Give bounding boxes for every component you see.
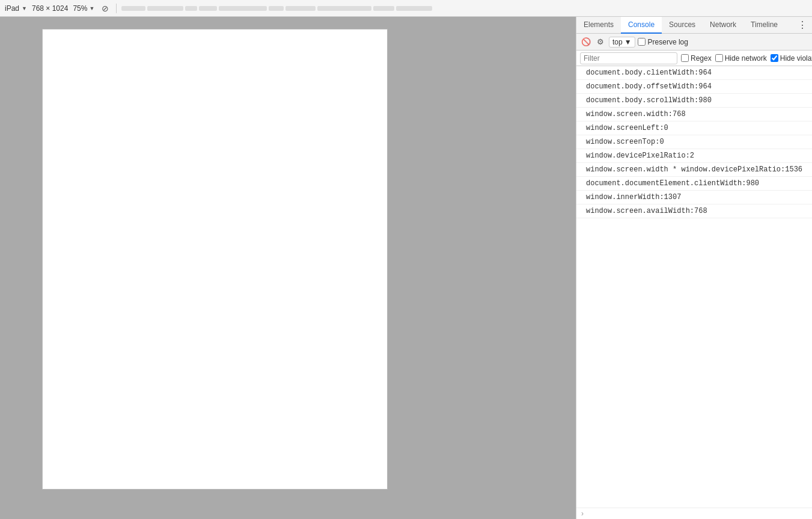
console-line: document.documentElement.clientWidth:980 bbox=[576, 177, 812, 191]
clear-console-button[interactable]: 🚫 bbox=[580, 36, 592, 48]
height-value[interactable]: 1024 bbox=[52, 4, 69, 13]
tab-timeline[interactable]: Timeline bbox=[743, 17, 785, 34]
console-line: window.devicePixelRatio:2 bbox=[576, 149, 812, 163]
console-line: document.body.scrollWidth:980 bbox=[576, 94, 812, 108]
console-toolbar: 🚫 ⚙ top ▼ Preserve log bbox=[576, 34, 812, 51]
zoom-value: 75% bbox=[73, 4, 87, 13]
width-value[interactable]: 768 bbox=[32, 4, 44, 13]
breakpoint-segment bbox=[147, 6, 183, 11]
devtools-panel: Elements Console Sources Network Timelin… bbox=[576, 17, 812, 519]
breakpoint-segment bbox=[269, 6, 284, 11]
preserve-log-text: Preserve log bbox=[648, 38, 688, 46]
breakpoint-segment bbox=[185, 6, 197, 11]
hide-network-checkbox[interactable] bbox=[715, 54, 723, 62]
page-frame bbox=[42, 29, 388, 490]
tab-elements[interactable]: Elements bbox=[576, 17, 621, 34]
console-line: window.screenLeft:0 bbox=[576, 121, 812, 135]
top-toolbar: iPad ▼ 768 × 1024 75% ▼ ⊘ bbox=[0, 0, 812, 17]
context-arrow: ▼ bbox=[624, 38, 632, 46]
context-label: top bbox=[612, 38, 623, 46]
tab-sources-label: Sources bbox=[669, 20, 695, 29]
clear-icon: 🚫 bbox=[581, 37, 591, 46]
regex-checkbox[interactable] bbox=[681, 54, 689, 62]
rotate-icon: ⊘ bbox=[102, 4, 109, 13]
devtools-tabs: Elements Console Sources Network Timelin… bbox=[576, 17, 812, 34]
device-dropdown-arrow: ▼ bbox=[22, 5, 27, 11]
hide-violations-checkbox[interactable] bbox=[771, 54, 778, 62]
regex-option: Regex bbox=[681, 54, 712, 63]
tab-network[interactable]: Network bbox=[703, 17, 743, 34]
page-area bbox=[0, 17, 576, 519]
device-name: iPad bbox=[5, 4, 19, 13]
console-line: document.body.offsetWidth:964 bbox=[576, 80, 812, 94]
rotate-button[interactable]: ⊘ bbox=[99, 2, 111, 14]
console-line: document.body.clientWidth:964 bbox=[576, 66, 812, 80]
console-prompt[interactable]: › bbox=[576, 508, 812, 519]
breakpoint-segment bbox=[199, 6, 217, 11]
breakpoint-segment bbox=[317, 6, 371, 11]
more-icon: ⋮ bbox=[798, 19, 807, 31]
preserve-log-label: Preserve log bbox=[638, 38, 688, 46]
preserve-log-checkbox[interactable] bbox=[638, 38, 646, 46]
tab-elements-label: Elements bbox=[584, 20, 614, 29]
tab-console[interactable]: Console bbox=[621, 17, 662, 34]
responsive-breakpoints-bar bbox=[121, 6, 807, 11]
prompt-arrow-icon: › bbox=[581, 509, 584, 518]
breakpoint-segment bbox=[373, 6, 394, 11]
tab-sources[interactable]: Sources bbox=[662, 17, 703, 34]
devtools-more-button[interactable]: ⋮ bbox=[793, 17, 812, 34]
tab-console-label: Console bbox=[628, 20, 655, 29]
filter-input[interactable] bbox=[580, 52, 677, 64]
toolbar-separator bbox=[116, 4, 117, 13]
console-output: document.body.clientWidth:964document.bo… bbox=[576, 66, 812, 508]
breakpoint-segment bbox=[219, 6, 267, 11]
console-line: window.screen.availWidth:768 bbox=[576, 204, 812, 218]
hide-violations-option: Hide violations bbox=[771, 54, 812, 63]
console-line: window.screen.width * window.devicePixel… bbox=[576, 163, 812, 177]
dimensions-x: × bbox=[46, 4, 50, 13]
tab-network-label: Network bbox=[710, 20, 736, 29]
hide-network-label: Hide network bbox=[725, 54, 767, 63]
console-filter-bar: Regex Hide network Hide violations bbox=[576, 51, 812, 66]
hide-network-option: Hide network bbox=[715, 54, 767, 63]
console-settings-button[interactable]: ⚙ bbox=[594, 36, 606, 48]
console-line: window.screenTop:0 bbox=[576, 135, 812, 149]
context-selector[interactable]: top ▼ bbox=[609, 37, 635, 48]
zoom-dropdown-arrow: ▼ bbox=[89, 5, 94, 11]
breakpoint-segment bbox=[285, 6, 316, 11]
dimensions-display: 768 × 1024 bbox=[32, 4, 68, 13]
settings-icon: ⚙ bbox=[597, 37, 604, 46]
device-selector[interactable]: iPad ▼ bbox=[5, 4, 27, 13]
zoom-selector[interactable]: 75% ▼ bbox=[73, 4, 94, 13]
breakpoint-segment bbox=[121, 6, 145, 11]
breakpoint-segment bbox=[396, 6, 432, 11]
tab-timeline-label: Timeline bbox=[751, 20, 778, 29]
hide-violations-label: Hide violations bbox=[780, 54, 812, 63]
console-line: window.innerWidth:1307 bbox=[576, 191, 812, 204]
main-layout: Elements Console Sources Network Timelin… bbox=[0, 17, 812, 519]
console-line: window.screen.width:768 bbox=[576, 108, 812, 121]
regex-label: Regex bbox=[691, 54, 712, 63]
